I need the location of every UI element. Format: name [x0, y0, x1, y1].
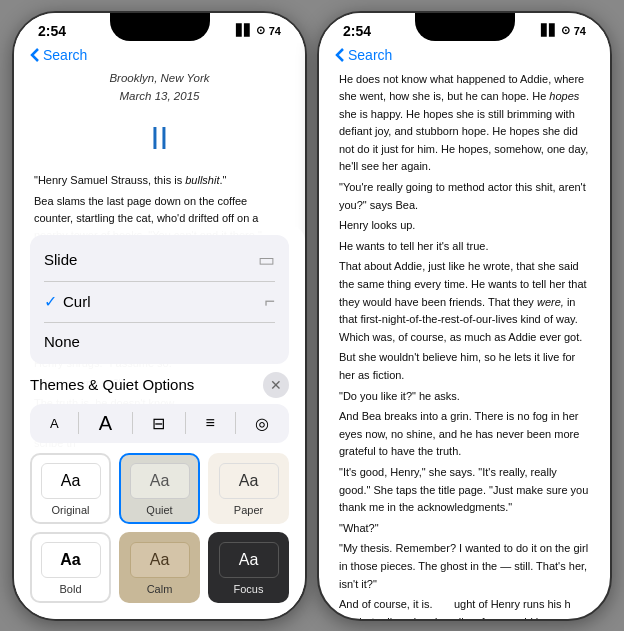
- toolbar-divider-4: [235, 412, 236, 434]
- close-button[interactable]: ✕: [263, 372, 289, 398]
- battery-icon-right: 74: [574, 25, 586, 37]
- theme-calm-label: Calm: [147, 583, 173, 595]
- font-size-small-button[interactable]: A: [50, 416, 59, 431]
- font-size-large-button[interactable]: A: [99, 412, 112, 435]
- theme-bold[interactable]: Aa Bold: [30, 532, 111, 603]
- wifi-icon-right: ⊙: [561, 24, 570, 37]
- toolbar-divider-1: [78, 412, 79, 434]
- curl-label: Curl: [63, 293, 91, 310]
- right-phone: 2:54 ▋▋ ⊙ 74 Search He does not know wha…: [317, 11, 612, 621]
- theme-focus-label: Focus: [234, 583, 264, 595]
- slide-icon: ▭: [258, 249, 275, 271]
- theme-original[interactable]: Aa Original: [30, 453, 111, 524]
- slide-options-menu: Slide ▭ ✓ Curl ⌐ None: [30, 235, 289, 364]
- notch: [110, 13, 210, 41]
- none-label: None: [44, 333, 80, 350]
- themes-label: Themes & Quiet Options: [30, 376, 194, 393]
- signal-icon: ▋▋: [236, 24, 252, 37]
- book-content-right: He does not know what happened to Addie,…: [319, 69, 610, 621]
- wifi-icon: ⊙: [256, 24, 265, 37]
- slide-label: Slide: [44, 251, 77, 268]
- curl-icon: ⌐: [264, 291, 275, 312]
- left-phone: 2:54 ▋▋ ⊙ 74 Search Brooklyn, New York M…: [12, 11, 307, 621]
- status-icons-right: ▋▋ ⊙ 74: [541, 24, 586, 37]
- format-button[interactable]: ⊟: [152, 414, 165, 433]
- theme-paper-label: Paper: [234, 504, 263, 516]
- overlay-panel: Slide ▭ ✓ Curl ⌐ None Themes & Quiet Opt…: [14, 225, 305, 619]
- signal-icon-right: ▋▋: [541, 24, 557, 37]
- battery-icon: 74: [269, 25, 281, 37]
- toolbar-divider-3: [185, 412, 186, 434]
- theme-focus[interactable]: Aa Focus: [208, 532, 289, 603]
- toolbar-row: A A ⊟ ≡ ◎: [30, 404, 289, 443]
- theme-paper[interactable]: Aa Paper: [208, 453, 289, 524]
- themes-header: Themes & Quiet Options ✕: [30, 372, 289, 398]
- nav-bar-left: Search: [14, 43, 305, 69]
- back-button-left[interactable]: Search: [30, 47, 87, 63]
- back-button-right[interactable]: Search: [335, 47, 392, 63]
- check-icon: ✓: [44, 292, 57, 311]
- slide-option-none[interactable]: None: [30, 323, 289, 360]
- theme-quiet-label: Quiet: [146, 504, 172, 516]
- status-icons-left: ▋▋ ⊙ 74: [236, 24, 281, 37]
- slide-option-slide[interactable]: Slide ▭: [30, 239, 289, 281]
- phones-container: 2:54 ▋▋ ⊙ 74 Search Brooklyn, New York M…: [12, 11, 612, 621]
- align-button[interactable]: ≡: [206, 414, 215, 432]
- notch-right: [415, 13, 515, 41]
- theme-grid: Aa Original Aa Quiet Aa Paper: [30, 453, 289, 603]
- nav-bar-right: Search: [319, 43, 610, 69]
- theme-calm[interactable]: Aa Calm: [119, 532, 200, 603]
- chapter-number: II: [34, 113, 285, 164]
- slide-option-curl[interactable]: ✓ Curl ⌐: [30, 281, 289, 322]
- theme-original-label: Original: [52, 504, 90, 516]
- book-header: Brooklyn, New York March 13, 2015: [34, 69, 285, 106]
- brightness-button[interactable]: ◎: [255, 414, 269, 433]
- toolbar-divider-2: [132, 412, 133, 434]
- back-label-right: Search: [348, 47, 392, 63]
- theme-quiet[interactable]: Aa Quiet: [119, 453, 200, 524]
- theme-bold-label: Bold: [59, 583, 81, 595]
- back-label-left: Search: [43, 47, 87, 63]
- status-time-left: 2:54: [38, 23, 66, 39]
- status-time-right: 2:54: [343, 23, 371, 39]
